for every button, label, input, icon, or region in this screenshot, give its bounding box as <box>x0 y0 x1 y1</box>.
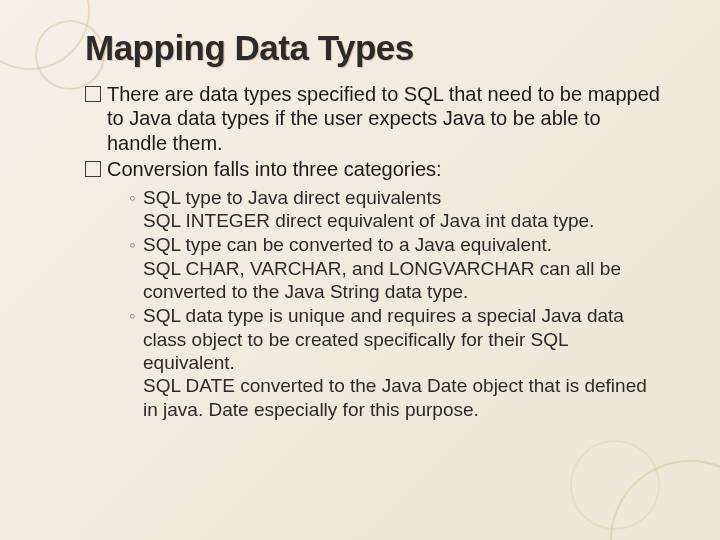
sub-bullet-list: ◦ SQL type to Java direct equivalents SQ… <box>107 186 665 422</box>
slide-content: Mapping Data Types There are data types … <box>0 0 720 443</box>
sub-bullet-head: SQL data type is unique and requires a s… <box>143 305 624 373</box>
sub-bullet-marker: ◦ <box>129 304 136 327</box>
bullet-text: Conversion falls into three categories: <box>107 158 442 180</box>
sub-bullet-head: SQL type can be converted to a Java equi… <box>143 234 552 255</box>
sub-bullet-marker: ◦ <box>129 186 136 209</box>
bullet-item: Conversion falls into three categories: … <box>85 157 665 421</box>
sub-bullet-marker: ◦ <box>129 233 136 256</box>
sub-bullet-desc: SQL CHAR, VARCHAR, and LONGVARCHAR can a… <box>143 257 665 304</box>
bullet-item: There are data types specified to SQL th… <box>85 82 665 155</box>
sub-bullet-desc: SQL DATE converted to the Java Date obje… <box>143 374 665 421</box>
sub-bullet-item: ◦ SQL data type is unique and requires a… <box>129 304 665 421</box>
sub-bullet-head: SQL type to Java direct equivalents <box>143 187 441 208</box>
slide-title: Mapping Data Types <box>85 28 665 68</box>
sub-bullet-item: ◦ SQL type to Java direct equivalents SQ… <box>129 186 665 233</box>
sub-bullet-item: ◦ SQL type can be converted to a Java eq… <box>129 233 665 303</box>
decorative-circle <box>570 440 660 530</box>
bullet-text: There are data types specified to SQL th… <box>107 83 660 154</box>
sub-bullet-desc: SQL INTEGER direct equivalent of Java in… <box>143 209 665 232</box>
bullet-list: There are data types specified to SQL th… <box>85 82 665 421</box>
